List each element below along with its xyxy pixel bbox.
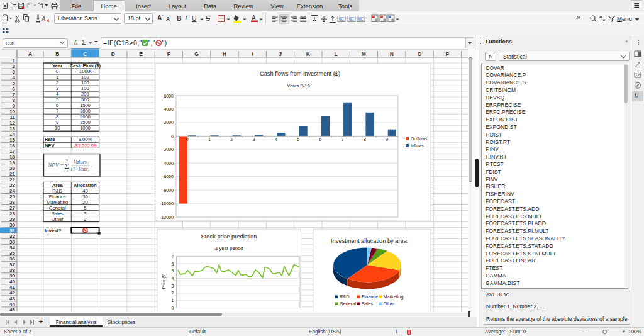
svg-text:39: 39 (9, 273, 15, 279)
svg-text:9: 9 (56, 120, 58, 125)
svg-text:L: L (334, 51, 337, 57)
svg-text:Values: Values (74, 159, 87, 165)
svg-text:(1+Rate): (1+Rate) (71, 166, 90, 172)
svg-text:Finance: Finance (49, 194, 66, 199)
svg-text:NPV: NPV (45, 143, 55, 148)
svg-text:NPV =: NPV = (48, 162, 64, 168)
svg-text:A: A (28, 51, 32, 57)
svg-text:-10000: -10000 (160, 201, 174, 206)
svg-text:M: M (362, 51, 366, 57)
svg-text:100: 100 (81, 74, 89, 80)
svg-text:Inflows: Inflows (411, 143, 425, 148)
svg-text:Years 0-10: Years 0-10 (287, 83, 309, 89)
svg-text:8: 8 (56, 114, 58, 120)
svg-text:6: 6 (56, 103, 58, 108)
svg-text:2: 2 (172, 291, 174, 295)
svg-text:E: E (139, 51, 143, 57)
svg-text:Price ($): Price ($) (162, 274, 167, 289)
svg-text:2: 2 (230, 137, 233, 142)
svg-text:Investment allocation by area: Investment allocation by area (331, 238, 408, 244)
svg-text:Year: Year (52, 63, 62, 69)
svg-text:C: C (83, 51, 87, 57)
svg-text:8: 8 (364, 137, 366, 142)
svg-text:-10000: -10000 (78, 69, 93, 74)
svg-text:30: 30 (82, 194, 87, 199)
svg-text:5: 5 (297, 137, 299, 142)
svg-text:P: P (445, 51, 449, 57)
svg-text:Allocation: Allocation (74, 182, 97, 188)
svg-text:41: 41 (9, 284, 15, 290)
svg-text:5: 5 (13, 81, 16, 86)
svg-text:Rate: Rate (45, 137, 55, 142)
svg-text:42: 42 (9, 290, 15, 296)
svg-text:13: 13 (9, 126, 15, 132)
svg-text:Cash flows from investment ($): Cash flows from investment ($) (260, 70, 340, 77)
svg-text:11: 11 (10, 115, 16, 120)
svg-text:Other: Other (384, 301, 396, 306)
svg-text:10: 10 (55, 125, 60, 131)
svg-text:0: 0 (171, 134, 174, 138)
svg-text:18: 18 (9, 154, 15, 160)
svg-text:Finance: Finance (362, 294, 378, 300)
svg-text:4: 4 (172, 276, 174, 281)
svg-text:100: 100 (81, 80, 89, 86)
svg-text:1500: 1500 (80, 103, 91, 108)
svg-text:5: 5 (172, 269, 174, 273)
svg-text:24: 24 (9, 188, 15, 194)
svg-text:General: General (49, 205, 66, 211)
svg-text:22: 22 (9, 177, 15, 182)
svg-text:3: 3 (84, 211, 86, 216)
svg-text:D: D (111, 51, 115, 57)
svg-text:F: F (167, 51, 170, 57)
svg-text:Sales: Sales (362, 301, 374, 306)
svg-text:Other: Other (52, 216, 64, 222)
svg-text:0: 0 (56, 69, 58, 74)
svg-text:7: 7 (56, 108, 58, 114)
svg-text:1000: 1000 (80, 125, 91, 131)
svg-text:44: 44 (9, 301, 15, 307)
svg-text:27: 27 (9, 205, 15, 211)
svg-text:1: 1 (208, 137, 211, 142)
svg-text:A: A (41, 15, 46, 22)
svg-text:8.00%: 8.00% (79, 137, 92, 142)
svg-text:4: 4 (275, 137, 277, 142)
svg-text:40: 40 (82, 188, 87, 194)
svg-text:-4000: -4000 (162, 161, 174, 165)
svg-text:N: N (390, 51, 394, 57)
svg-text:35: 35 (9, 250, 15, 256)
svg-text:6: 6 (319, 137, 321, 142)
svg-text:Stock price prediction: Stock price prediction (201, 233, 257, 240)
svg-text:5: 5 (56, 97, 58, 103)
svg-text:5000: 5000 (80, 114, 91, 120)
svg-text:28: 28 (9, 211, 15, 216)
svg-text:100: 100 (81, 86, 89, 91)
svg-text:J: J (279, 51, 282, 57)
svg-text:21: 21 (9, 171, 15, 177)
svg-text:Marketing: Marketing (47, 199, 68, 205)
svg-text:17: 17 (9, 148, 15, 154)
svg-text:2: 2 (13, 64, 16, 69)
svg-text:6: 6 (172, 262, 174, 266)
svg-text:2000: 2000 (164, 120, 174, 125)
svg-text:20: 20 (9, 165, 15, 171)
svg-text:2: 2 (84, 216, 86, 222)
svg-text:4: 4 (13, 75, 16, 81)
svg-text:32: 32 (9, 233, 15, 239)
svg-text:9: 9 (13, 103, 16, 109)
svg-text:R&D: R&D (340, 294, 349, 300)
svg-text:-$1,522.09: -$1,522.09 (74, 143, 96, 148)
svg-text:5: 5 (84, 205, 86, 211)
svg-text:19: 19 (9, 160, 15, 165)
svg-text:A: A (252, 14, 256, 21)
svg-text:23: 23 (9, 182, 15, 188)
svg-text:29: 29 (9, 216, 15, 222)
svg-text:Outflows: Outflows (411, 137, 428, 141)
svg-text:i=0: i=0 (64, 169, 69, 172)
svg-text:-12000: -12000 (160, 215, 174, 220)
svg-text:Invest?: Invest? (45, 228, 62, 233)
svg-text:7: 7 (172, 254, 174, 259)
svg-text:9: 9 (386, 137, 388, 142)
svg-text:3: 3 (172, 284, 174, 288)
svg-text:0: 0 (172, 306, 174, 310)
svg-text:7: 7 (13, 92, 16, 98)
